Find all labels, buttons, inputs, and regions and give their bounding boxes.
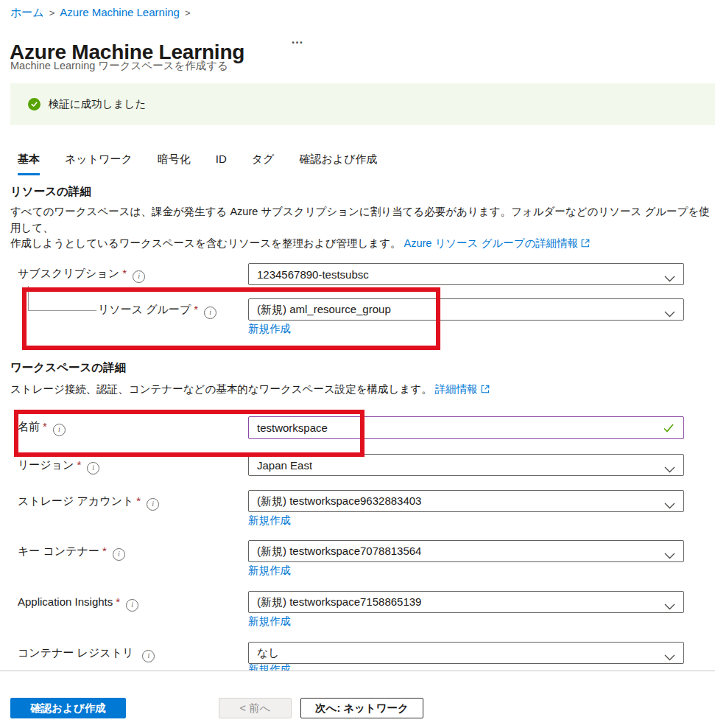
chevron-down-icon xyxy=(664,549,675,562)
resource-group-info-link[interactable]: Azure リソース グループの詳細情報 xyxy=(404,237,579,249)
name-input[interactable]: testworkspace xyxy=(248,416,684,439)
tab-tags[interactable]: タグ xyxy=(252,153,275,175)
chevron-down-icon xyxy=(664,651,675,664)
key-vault-create-new-link[interactable]: 新規作成 xyxy=(248,564,291,578)
info-icon[interactable] xyxy=(133,270,145,283)
breadcrumb-home-link[interactable]: ホーム xyxy=(10,6,44,18)
chevron-down-icon xyxy=(664,307,675,321)
more-menu-button[interactable]: … xyxy=(291,32,304,47)
required-asterisk xyxy=(133,646,136,659)
external-link-icon xyxy=(581,237,590,253)
indent-connector-line xyxy=(28,286,96,311)
resource-group-label: リソース グループ* xyxy=(98,303,216,319)
required-asterisk: * xyxy=(99,545,107,557)
chevron-down-icon xyxy=(664,499,675,512)
resource-group-create-new-link[interactable]: 新規作成 xyxy=(248,322,291,336)
key-vault-label: キー コンテナー* xyxy=(18,545,125,561)
region-label: リージョン* xyxy=(18,458,99,475)
subscription-value: 1234567890-testsubsc xyxy=(257,268,369,281)
required-asterisk: * xyxy=(119,267,127,279)
resource-group-value: (新規) aml_resource_group xyxy=(257,303,391,317)
key-vault-value: (新規) testworkspace7078813564 xyxy=(257,545,421,559)
region-value: Japan East xyxy=(257,459,312,472)
tab-identity[interactable]: ID xyxy=(216,153,227,175)
tab-networking[interactable]: ネットワーク xyxy=(65,153,133,175)
breadcrumb-app-link[interactable]: Azure Machine Learning xyxy=(60,6,180,18)
breadcrumb: ホーム>Azure Machine Learning> xyxy=(10,6,196,20)
info-icon[interactable] xyxy=(87,462,99,475)
application-insights-create-new-link[interactable]: 新規作成 xyxy=(248,615,291,629)
subscription-dropdown[interactable]: 1234567890-testsubsc xyxy=(248,263,684,285)
name-value: testworkspace xyxy=(257,421,328,434)
tab-basics[interactable]: 基本 xyxy=(18,153,40,175)
storage-account-create-new-link[interactable]: 新規作成 xyxy=(248,514,291,528)
application-insights-dropdown[interactable]: (新規) testworkspace7158865139 xyxy=(248,591,684,613)
create-ml-workspace-page: ホーム>Azure Machine Learning> Azure Machin… xyxy=(0,0,715,728)
container-registry-dropdown[interactable]: なし xyxy=(248,642,684,664)
resource-group-dropdown[interactable]: (新規) aml_resource_group xyxy=(248,298,684,321)
validation-success-banner: 検証に成功しました xyxy=(10,83,715,125)
tab-review-create[interactable]: 確認および作成 xyxy=(299,153,377,175)
required-asterisk: * xyxy=(40,420,47,433)
page-subtitle: Machine Learning ワークスペースを作成する xyxy=(10,59,228,73)
next-networking-button[interactable]: 次へ: ネットワーク xyxy=(300,698,423,718)
chevron-down-icon xyxy=(664,463,675,476)
valid-check-icon xyxy=(663,423,675,436)
resource-details-heading: リソースの詳細 xyxy=(10,184,91,200)
application-insights-value: (新規) testworkspace7158865139 xyxy=(257,595,421,609)
info-icon[interactable] xyxy=(142,650,155,662)
info-icon[interactable] xyxy=(147,498,159,511)
tab-encryption[interactable]: 暗号化 xyxy=(158,153,191,175)
success-check-icon xyxy=(28,98,40,111)
resource-details-description-line1: すべてのワークスペースは、課金が発生する Azure サブスクリプションに割り当… xyxy=(10,206,710,234)
required-asterisk: * xyxy=(113,595,120,608)
previous-button[interactable]: < 前へ xyxy=(219,698,292,718)
key-vault-dropdown[interactable]: (新規) testworkspace7078813564 xyxy=(248,540,684,562)
container-registry-label: コンテナー レジストリ xyxy=(18,646,155,662)
info-icon[interactable] xyxy=(204,307,216,319)
review-and-create-button[interactable]: 確認および作成 xyxy=(10,698,126,718)
storage-account-value: (新規) testworkspace9632883403 xyxy=(257,494,421,508)
subscription-label: サブスクリプション* xyxy=(18,267,145,283)
info-icon[interactable] xyxy=(53,424,66,436)
application-insights-label: Application Insights* xyxy=(18,595,138,612)
required-asterisk: * xyxy=(74,458,81,471)
region-dropdown[interactable]: Japan East xyxy=(248,454,684,476)
external-link-icon xyxy=(481,382,490,399)
name-label: 名前* xyxy=(18,420,66,436)
chevron-down-icon xyxy=(664,600,675,613)
wizard-footer: 確認および作成 < 前へ 次へ: ネットワーク xyxy=(0,671,715,728)
workspace-info-link[interactable]: 詳細情報 xyxy=(435,383,478,395)
resource-details-description-line2: 作成しようとしているワークスペースを含むリソースを整理および管理します。 xyxy=(10,237,404,249)
storage-account-label: ストレージ アカウント* xyxy=(18,494,159,511)
required-asterisk: * xyxy=(133,494,141,507)
info-icon[interactable] xyxy=(126,599,138,612)
required-asterisk: * xyxy=(191,303,198,315)
wizard-tabs: 基本 ネットワーク 暗号化 ID タグ 確認および作成 xyxy=(18,153,378,175)
breadcrumb-separator: > xyxy=(180,7,196,18)
workspace-details-heading: ワークスペースの詳細 xyxy=(10,360,126,376)
validation-success-message: 検証に成功しました xyxy=(49,97,146,111)
workspace-details-description: ストレージ接続、認証、コンテナーなどの基本的なワークスペース設定を構成します。 … xyxy=(10,382,710,399)
info-icon[interactable] xyxy=(113,548,125,561)
chevron-down-icon xyxy=(664,272,675,285)
resource-details-description: すべてのワークスペースは、課金が発生する Azure サブスクリプションに割り当… xyxy=(10,204,710,253)
storage-account-dropdown[interactable]: (新規) testworkspace9632883403 xyxy=(248,490,684,512)
container-registry-value: なし xyxy=(257,646,280,660)
breadcrumb-separator: > xyxy=(44,7,60,18)
